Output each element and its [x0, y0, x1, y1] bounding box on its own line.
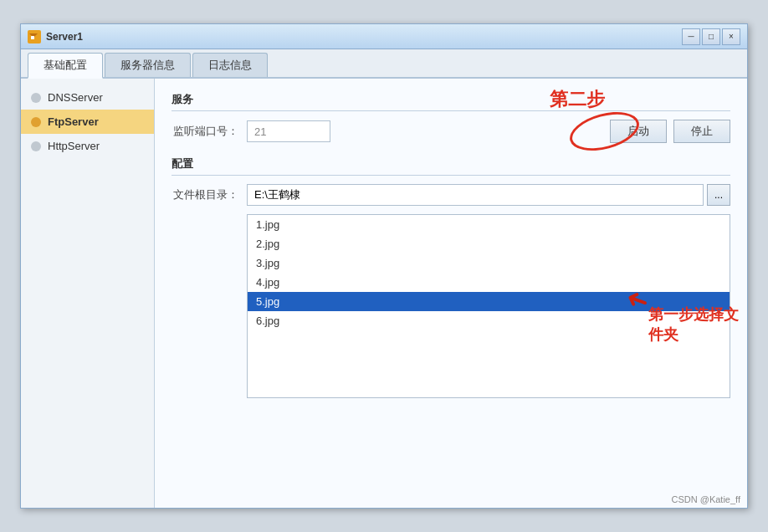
config-section: 配置 文件根目录： ... 1.jpg 2.jpg 3.jpg 4.jpg 5.… — [172, 156, 730, 398]
file-item[interactable]: 3.jpg — [248, 253, 730, 273]
root-dir-label: 文件根目录： — [172, 187, 238, 202]
stop-button[interactable]: 停止 — [673, 120, 730, 143]
maximize-button[interactable]: □ — [702, 28, 720, 45]
close-button[interactable]: × — [722, 28, 740, 45]
file-item[interactable]: 6.jpg — [248, 311, 730, 330]
file-item[interactable]: 4.jpg — [248, 273, 730, 292]
port-input[interactable] — [247, 120, 330, 142]
service-btn-row: 启动 停止 — [610, 120, 730, 143]
sidebar-item-dnsserver[interactable]: DNSServer — [21, 85, 154, 110]
file-item[interactable]: 2.jpg — [248, 234, 730, 253]
tabs-bar: 基础配置 服务器信息 日志信息 — [21, 49, 747, 79]
port-label: 监听端口号： — [172, 124, 238, 139]
tab-log-info[interactable]: 日志信息 — [192, 53, 268, 77]
minimize-button[interactable]: ─ — [682, 28, 700, 45]
svg-rect-2 — [31, 36, 34, 39]
file-list[interactable]: 1.jpg 2.jpg 3.jpg 4.jpg 5.jpg 6.jpg — [247, 214, 730, 398]
sidebar-dot-http — [31, 141, 41, 151]
window-title: Server1 — [46, 31, 83, 43]
sidebar-item-httpserver[interactable]: HttpServer — [21, 134, 154, 158]
sidebar-dot — [31, 93, 41, 103]
tab-server-info[interactable]: 服务器信息 — [105, 53, 191, 77]
title-bar-left: Server1 — [28, 30, 83, 43]
sidebar-item-ftpserver[interactable]: FtpServer — [21, 110, 154, 134]
file-item-selected[interactable]: 5.jpg — [248, 292, 730, 311]
window-controls: ─ □ × — [682, 28, 740, 45]
sidebar-label-ftp: FtpServer — [48, 115, 99, 128]
main-window: Server1 ─ □ × 基础配置 服务器信息 日志信息 DNSServer … — [20, 23, 748, 509]
browse-button[interactable]: ... — [707, 184, 730, 206]
content-area: DNSServer FtpServer HttpServer 服务 监听端口号： — [21, 79, 747, 508]
title-bar: Server1 ─ □ × — [21, 24, 747, 49]
file-list-container: 1.jpg 2.jpg 3.jpg 4.jpg 5.jpg 6.jpg — [247, 214, 730, 398]
file-item[interactable]: 1.jpg — [248, 215, 730, 234]
config-form-row: 文件根目录： ... — [172, 184, 730, 206]
main-panel: 服务 监听端口号： 启动 停止 配置 文件根目录： ... — [155, 79, 747, 508]
service-section-title: 服务 — [172, 92, 730, 111]
start-button[interactable]: 启动 — [610, 120, 667, 143]
root-dir-input[interactable] — [247, 184, 704, 206]
sidebar-label-http: HttpServer — [48, 140, 100, 152]
sidebar-dot-ftp — [31, 117, 41, 127]
file-input-row: ... — [247, 184, 730, 206]
watermark: CSDN @Katie_ff — [672, 494, 741, 504]
app-icon — [28, 30, 41, 43]
config-section-title: 配置 — [172, 156, 730, 176]
tab-basic-config[interactable]: 基础配置 — [28, 53, 103, 79]
sidebar: DNSServer FtpServer HttpServer — [21, 79, 155, 508]
sidebar-label-dns: DNSServer — [48, 91, 103, 104]
service-form-row: 监听端口号： 启动 停止 — [172, 120, 730, 143]
service-section: 服务 监听端口号： 启动 停止 — [172, 92, 730, 143]
